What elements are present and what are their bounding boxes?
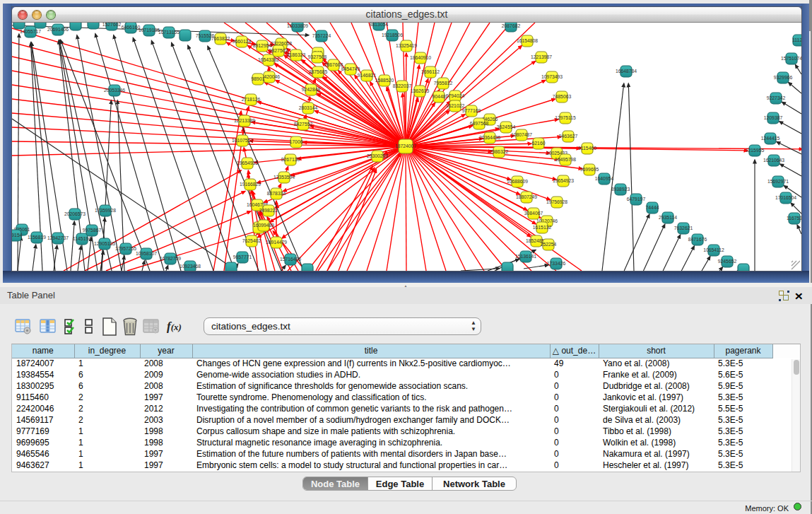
svg-text:6479197: 6479197 — [627, 197, 646, 201]
svg-text:7357224: 7357224 — [312, 33, 331, 38]
svg-text:20053346: 20053346 — [104, 88, 125, 93]
svg-text:1621022: 1621022 — [446, 103, 465, 108]
svg-text:19166829: 19166829 — [240, 182, 261, 187]
svg-text:9975867: 9975867 — [83, 228, 102, 233]
svg-text:9327508: 9327508 — [308, 54, 327, 59]
svg-text:1615132: 1615132 — [533, 225, 552, 230]
svg-text:10688609: 10688609 — [507, 179, 528, 184]
svg-text:2867608: 2867608 — [324, 62, 343, 67]
svg-text:116753: 116753 — [787, 216, 801, 221]
svg-text:19654935: 19654935 — [237, 160, 258, 165]
svg-text:19218506: 19218506 — [382, 33, 403, 37]
svg-text:19654923: 19654923 — [553, 178, 574, 183]
svg-text:16099489: 16099489 — [253, 223, 274, 228]
svg-text:6794024: 6794024 — [446, 93, 465, 98]
svg-text:3084067: 3084067 — [524, 211, 543, 216]
svg-text:15136141: 15136141 — [515, 254, 536, 259]
svg-text:17006: 17006 — [290, 139, 303, 144]
svg-text:98901: 98901 — [252, 76, 265, 81]
svg-text:14055717: 14055717 — [20, 29, 41, 34]
svg-text:9227342: 9227342 — [767, 95, 786, 100]
svg-text:7485063: 7485063 — [553, 94, 572, 99]
svg-text:18807249: 18807249 — [516, 194, 537, 199]
svg-text:1696112: 1696112 — [421, 69, 440, 74]
svg-text:1215955: 1215955 — [746, 148, 765, 153]
svg-text:8912954: 8912954 — [253, 43, 272, 48]
svg-text:7663822: 7663822 — [211, 36, 230, 41]
svg-text:13353594: 13353594 — [273, 175, 295, 180]
svg-text:2803144: 2803144 — [299, 105, 318, 110]
svg-text:8471676: 8471676 — [688, 237, 707, 242]
svg-text:16713155: 16713155 — [158, 30, 180, 35]
svg-text:8427552: 8427552 — [294, 122, 313, 127]
svg-text:8938923: 8938923 — [611, 187, 630, 192]
svg-text:8813054: 8813054 — [370, 23, 389, 27]
svg-text:6497568: 6497568 — [470, 121, 489, 126]
svg-text:16210643: 16210643 — [763, 158, 784, 163]
svg-text:9115460: 9115460 — [578, 146, 596, 151]
svg-text:7986322: 7986322 — [490, 149, 509, 154]
svg-text:2718126: 2718126 — [242, 97, 261, 102]
svg-text:16782759: 16782759 — [160, 256, 181, 261]
svg-text:12975115: 12975115 — [555, 115, 576, 120]
svg-text:8878334: 8878334 — [267, 191, 286, 196]
svg-text:7632621: 7632621 — [674, 226, 693, 230]
svg-text:16107552: 16107552 — [232, 138, 253, 143]
svg-text:10807487: 10807487 — [511, 132, 532, 137]
svg-text:8322037: 8322037 — [393, 83, 412, 88]
svg-text:10973493: 10973493 — [541, 74, 563, 79]
svg-text:16648784: 16648784 — [616, 69, 637, 74]
svg-text:17359928: 17359928 — [95, 208, 116, 213]
svg-text:10719185: 10719185 — [139, 28, 160, 33]
svg-text:10654112: 10654112 — [703, 247, 724, 252]
svg-text:9463627: 9463627 — [559, 134, 578, 139]
svg-text:9699695: 9699695 — [580, 167, 599, 172]
svg-text:10923468: 10923468 — [180, 264, 201, 269]
svg-text:7955812: 7955812 — [434, 81, 453, 86]
svg-text:9245652: 9245652 — [718, 259, 737, 264]
svg-text:16914479: 16914479 — [266, 240, 287, 245]
svg-text:1209387: 1209387 — [764, 115, 783, 120]
svg-text:9146821: 9146821 — [358, 73, 377, 78]
svg-text:2935114: 2935114 — [659, 215, 677, 220]
svg-text:1527602: 1527602 — [102, 23, 122, 27]
svg-text:15751074: 15751074 — [781, 56, 801, 61]
svg-text:12905135: 12905135 — [94, 241, 115, 246]
svg-text:17016504: 17016504 — [775, 195, 796, 200]
svg-text:9777169: 9777169 — [462, 108, 481, 113]
svg-text:9657771: 9657771 — [233, 255, 252, 259]
svg-text:19756928: 19756928 — [546, 199, 567, 204]
svg-text:62160: 62160 — [532, 141, 546, 146]
svg-text:9660124: 9660124 — [233, 39, 252, 44]
svg-text:252254: 252254 — [541, 242, 557, 247]
svg-text:1145194: 1145194 — [73, 236, 91, 241]
svg-text:20364436: 20364436 — [479, 135, 500, 140]
svg-text:1362615: 1362615 — [411, 88, 430, 93]
svg-text:7625402: 7625402 — [242, 238, 261, 243]
svg-text:1244415: 1244415 — [761, 136, 780, 141]
svg-text:18640910: 18640910 — [410, 55, 431, 60]
svg-text:25300293: 25300293 — [367, 153, 388, 158]
svg-text:74444: 74444 — [646, 205, 659, 210]
svg-text:17957255: 17957255 — [115, 246, 136, 251]
svg-text:11121: 11121 — [792, 37, 801, 42]
svg-text:8267130: 8267130 — [281, 157, 300, 162]
svg-text:12213389: 12213389 — [234, 118, 255, 123]
svg-text:16543382: 16543382 — [258, 57, 279, 62]
svg-text:9242848: 9242848 — [302, 87, 321, 92]
svg-text:3498222: 3498222 — [259, 208, 278, 213]
svg-text:20206573: 20206573 — [64, 211, 86, 216]
svg-text:90448: 90448 — [433, 94, 446, 99]
svg-text:9329966: 9329966 — [774, 75, 793, 80]
svg-text:13325419: 13325419 — [396, 43, 417, 48]
svg-text:3875685: 3875685 — [309, 69, 328, 74]
svg-text:3624554: 3624554 — [497, 124, 516, 129]
svg-text:12942737: 12942737 — [47, 235, 69, 240]
svg-text:10958107: 10958107 — [136, 251, 157, 256]
svg-text:6466160: 6466160 — [122, 25, 141, 30]
svg-text:1156819: 1156819 — [28, 235, 46, 240]
svg-text:9827503: 9827503 — [269, 48, 288, 53]
svg-text:15692971: 15692971 — [767, 179, 789, 184]
svg-text:1588520: 1588520 — [375, 78, 394, 83]
svg-text:12213987: 12213987 — [531, 54, 552, 59]
